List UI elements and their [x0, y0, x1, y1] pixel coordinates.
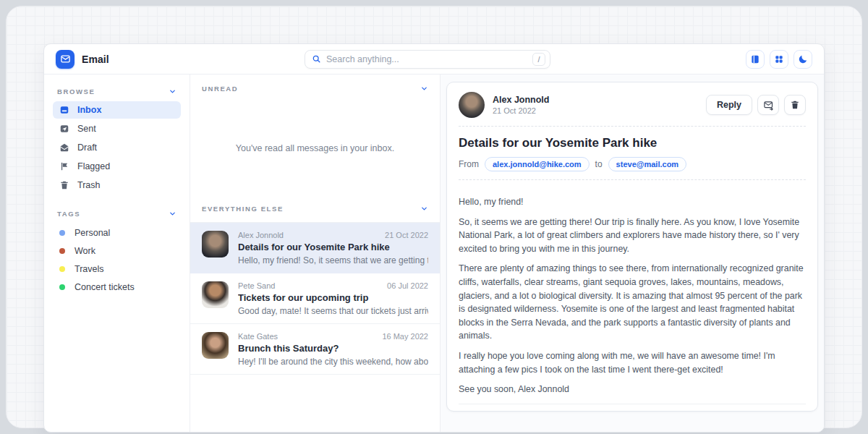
app-logo: Email	[56, 50, 305, 69]
reply-button[interactable]: Reply	[706, 95, 752, 115]
email-subject: Tickets for our upcoming trip	[238, 292, 428, 303]
email-sender: Alex Jonnold	[238, 231, 284, 239]
tag-color-dot	[59, 248, 65, 254]
divider	[459, 126, 806, 127]
email-list: Alex Jonnold 21 Oct 2022 Details for our…	[190, 222, 440, 375]
sidebar: BROWSE Inbox Sent	[44, 75, 190, 432]
body-paragraph: So, it seems we are getting there! Our t…	[459, 216, 806, 256]
tag-item-work[interactable]: Work	[53, 242, 181, 260]
detail-date: 21 Oct 2022	[493, 106, 549, 115]
avatar	[202, 332, 229, 359]
tags-label: TAGS	[57, 210, 80, 218]
sidebar-item-label: Trash	[77, 180, 101, 190]
browse-section-header[interactable]: BROWSE	[53, 83, 181, 101]
search-shortcut-key: /	[532, 53, 545, 66]
divider	[459, 179, 806, 180]
body-paragraph: There are plenty of amazing things to se…	[459, 262, 806, 343]
avatar	[202, 281, 229, 308]
body-paragraph: See you soon, Alex Jonnold	[459, 383, 806, 396]
chevron-down-icon[interactable]	[169, 88, 176, 95]
body-paragraph: I really hope you love coming along with…	[459, 349, 806, 376]
email-body: Hello, my friend! So, it seems we are ge…	[459, 189, 806, 396]
forward-email-button[interactable]	[757, 95, 779, 115]
email-list-item[interactable]: Alex Jonnold 21 Oct 2022 Details for our…	[190, 223, 440, 273]
sidebar-item-inbox[interactable]: Inbox	[53, 101, 181, 119]
from-label: From	[459, 159, 479, 169]
divider	[459, 404, 806, 404]
tag-color-dot	[59, 266, 65, 272]
email-date: 06 Jul 2022	[387, 281, 428, 290]
to-address-chip[interactable]: steve@mail.com	[608, 157, 687, 171]
body-paragraph: Hello, my friend!	[459, 195, 806, 209]
sidebar-item-draft[interactable]: Draft	[53, 139, 181, 156]
sidebar-item-label: Inbox	[77, 105, 101, 115]
detail-subject: Details for our Yosemite Park hike	[459, 136, 806, 150]
email-sender: Pete Sand	[238, 281, 275, 290]
chevron-down-icon[interactable]	[420, 205, 428, 213]
sidebar-item-trash[interactable]: Trash	[53, 176, 181, 194]
search-input[interactable]	[326, 54, 527, 64]
email-list-item[interactable]: Pete Sand 06 Jul 2022 Tickets for our up…	[190, 273, 440, 324]
book-icon[interactable]	[746, 50, 765, 69]
search-bar[interactable]: /	[305, 50, 550, 69]
sidebar-item-sent[interactable]: Sent	[53, 120, 181, 137]
draft-icon	[59, 142, 69, 153]
unread-section-header[interactable]: UNREAD	[190, 75, 440, 102]
email-preview: Hey! I'll be around the city this weeken…	[238, 357, 428, 367]
email-list-item[interactable]: Kate Gates 16 May 2022 Brunch this Satur…	[190, 324, 440, 375]
email-app-window: Email / BROWSE	[43, 43, 825, 433]
everything-else-label: EVERYTHING ELSE	[202, 205, 284, 213]
sidebar-item-label: Draft	[77, 142, 97, 153]
avatar	[202, 231, 229, 258]
tags-section-header[interactable]: TAGS	[53, 205, 181, 224]
tag-item-concert-tickets[interactable]: Concert tickets	[53, 278, 181, 296]
sidebar-item-label: Sent	[77, 124, 96, 134]
forward-email-icon	[763, 100, 774, 111]
search-icon	[312, 54, 321, 64]
apps-grid-icon[interactable]	[770, 50, 788, 69]
inbox-icon	[59, 105, 69, 115]
sidebar-item-label: Flagged	[77, 161, 110, 171]
email-subject: Brunch this Saturday?	[238, 343, 428, 354]
chevron-down-icon[interactable]	[169, 210, 176, 218]
app-header: Email /	[44, 44, 824, 75]
sidebar-item-flagged[interactable]: Flagged	[53, 158, 181, 175]
from-to-row: From alex.jonnold@hike.com to steve@mail…	[459, 157, 806, 171]
email-logo-icon	[56, 50, 75, 69]
everything-else-section-header[interactable]: EVERYTHING ELSE	[190, 195, 440, 222]
email-sender: Kate Gates	[238, 332, 278, 341]
email-date: 16 May 2022	[382, 332, 428, 341]
email-date: 21 Oct 2022	[385, 231, 428, 239]
tag-color-dot	[59, 230, 65, 236]
email-subject: Details for our Yosemite Park hike	[238, 242, 428, 252]
email-preview: Good day, mate! It seems that our ticket…	[238, 306, 428, 316]
detail-actions: Reply	[706, 95, 806, 115]
app-title: Email	[82, 54, 109, 65]
to-label: to	[595, 159, 603, 169]
chevron-down-icon[interactable]	[420, 85, 428, 93]
email-detail-panel: Alex Jonnold 21 Oct 2022 Reply	[441, 75, 824, 432]
delete-email-button[interactable]	[784, 95, 806, 115]
sent-icon	[59, 124, 69, 134]
browse-label: BROWSE	[57, 88, 95, 95]
moon-icon[interactable]	[793, 50, 812, 69]
tag-item-personal[interactable]: Personal	[53, 224, 181, 242]
unread-empty-message: You've read all messages in your inbox.	[190, 102, 440, 195]
message-list-column: UNREAD You've read all messages in your …	[190, 75, 441, 432]
tag-label: Personal	[75, 228, 110, 238]
trash-icon	[59, 180, 69, 190]
tag-color-dot	[59, 284, 65, 290]
unread-label: UNREAD	[202, 85, 238, 93]
detail-sender-name: Alex Jonnold	[493, 95, 549, 105]
detail-header: Alex Jonnold 21 Oct 2022 Reply	[459, 92, 806, 118]
avatar	[459, 92, 485, 118]
header-actions	[746, 50, 812, 69]
tag-label: Concert tickets	[75, 282, 135, 292]
tag-item-travels[interactable]: Travels	[53, 260, 181, 278]
email-detail-card: Alex Jonnold 21 Oct 2022 Reply	[446, 82, 818, 412]
from-address-chip[interactable]: alex.jonnold@hike.com	[485, 157, 590, 171]
tag-label: Work	[75, 246, 95, 256]
email-preview: Hello, my friend! So, it seems that we a…	[238, 255, 428, 265]
flag-icon	[59, 161, 69, 171]
trash-icon	[790, 100, 800, 110]
